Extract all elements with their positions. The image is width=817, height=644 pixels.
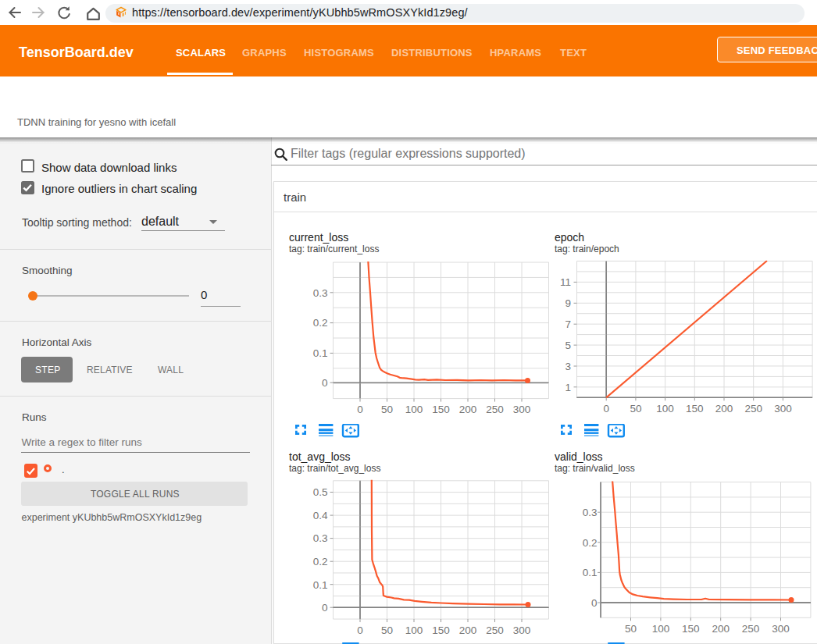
svg-text:200: 200 — [715, 403, 733, 415]
svg-text:200: 200 — [459, 624, 477, 636]
svg-text:0.1: 0.1 — [313, 347, 328, 359]
svg-text:100: 100 — [405, 624, 423, 636]
svg-text:0.2: 0.2 — [583, 537, 598, 549]
svg-text:0: 0 — [357, 404, 363, 415]
svg-text:50: 50 — [381, 404, 393, 415]
svg-text:0.1: 0.1 — [313, 579, 328, 591]
svg-text:0: 0 — [322, 602, 328, 614]
svg-text:50: 50 — [625, 623, 637, 635]
svg-text:100: 100 — [656, 403, 674, 415]
svg-text:0.3: 0.3 — [583, 507, 598, 518]
svg-text:300: 300 — [774, 403, 792, 415]
svg-text:0: 0 — [603, 403, 609, 415]
svg-text:11: 11 — [560, 276, 571, 288]
svg-text:200: 200 — [712, 623, 730, 635]
svg-text:300: 300 — [772, 623, 790, 635]
svg-text:9: 9 — [565, 297, 571, 309]
svg-text:0: 0 — [591, 597, 598, 609]
svg-text:150: 150 — [432, 624, 450, 636]
svg-text:0.2: 0.2 — [313, 317, 328, 329]
svg-text:0: 0 — [357, 624, 363, 636]
svg-text:250: 250 — [486, 624, 504, 636]
svg-text:50: 50 — [381, 624, 393, 636]
svg-text:100: 100 — [405, 404, 423, 415]
svg-text:150: 150 — [432, 404, 450, 415]
svg-text:5: 5 — [565, 340, 571, 351]
svg-text:0.5: 0.5 — [313, 486, 328, 498]
svg-text:0.4: 0.4 — [313, 510, 328, 521]
svg-text:0.3: 0.3 — [313, 287, 328, 299]
svg-text:250: 250 — [742, 623, 760, 635]
svg-text:100: 100 — [652, 623, 670, 635]
svg-text:0.1: 0.1 — [583, 567, 598, 578]
svg-text:1: 1 — [565, 382, 571, 393]
svg-text:0: 0 — [322, 377, 328, 389]
svg-text:3: 3 — [565, 361, 571, 372]
svg-text:0.2: 0.2 — [313, 556, 328, 568]
svg-text:300: 300 — [513, 624, 531, 636]
svg-text:7: 7 — [565, 318, 571, 330]
svg-text:200: 200 — [459, 404, 477, 415]
svg-text:150: 150 — [686, 403, 704, 415]
svg-text:250: 250 — [744, 403, 762, 415]
svg-text:250: 250 — [486, 404, 504, 415]
svg-text:0.3: 0.3 — [313, 532, 328, 544]
svg-text:50: 50 — [630, 403, 641, 415]
svg-text:150: 150 — [682, 623, 700, 635]
svg-text:300: 300 — [513, 404, 531, 415]
